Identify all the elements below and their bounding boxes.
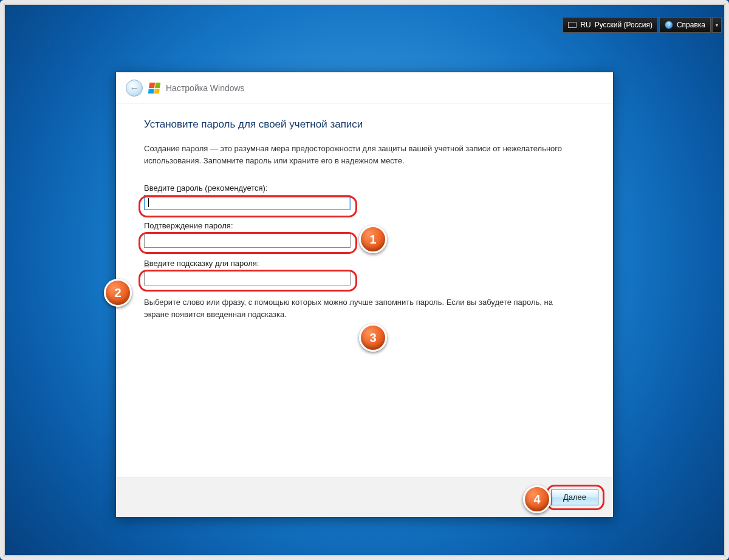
page-heading: Установите пароль для своей учетной запи… xyxy=(144,118,585,131)
language-indicator[interactable]: RU Русский (Россия) xyxy=(563,17,658,33)
hint-description: Выберите слово или фразу, с помощью кото… xyxy=(144,296,569,320)
hint-field-group: Введите подсказку для пароля: xyxy=(144,259,585,285)
help-link[interactable]: ? Справка xyxy=(659,17,711,33)
annotation-badge-4: 4 xyxy=(523,485,551,513)
lang-label: Русский (Россия) xyxy=(595,21,652,29)
password-label: Введите пароль (рекомендуется): xyxy=(144,183,585,193)
hint-input[interactable] xyxy=(144,270,351,285)
windows-flag-icon xyxy=(148,83,161,94)
setup-window: ← Настройка Windows Установите пароль дл… xyxy=(115,72,614,517)
page-description: Создание пароля — это разумная мера пред… xyxy=(144,143,569,166)
help-label: Справка xyxy=(677,21,705,29)
password-field-group: Введите пароль (рекомендуется): xyxy=(144,183,585,210)
title-bar: ← Настройка Windows xyxy=(116,72,613,104)
password-input[interactable] xyxy=(144,195,351,210)
next-button[interactable]: Далее xyxy=(551,490,598,505)
hint-label: Введите подсказку для пароля: xyxy=(144,259,585,268)
text-cursor xyxy=(148,198,149,207)
keyboard-icon xyxy=(568,22,577,28)
system-bar: RU Русский (Россия) ? Справка ▼ xyxy=(563,17,722,33)
content-area: Установите пароль для своей учетной запи… xyxy=(116,104,613,320)
help-dropdown-button[interactable]: ▼ xyxy=(712,17,722,33)
confirm-password-input[interactable] xyxy=(144,233,351,248)
help-icon: ? xyxy=(665,21,673,29)
annotation-badge-2: 2 xyxy=(104,279,132,307)
window-title: Настройка Windows xyxy=(166,83,245,93)
lang-code: RU xyxy=(580,21,590,29)
annotation-badge-1: 1 xyxy=(359,225,387,253)
annotation-badge-3: 3 xyxy=(359,324,387,352)
back-button[interactable]: ← xyxy=(126,80,143,97)
